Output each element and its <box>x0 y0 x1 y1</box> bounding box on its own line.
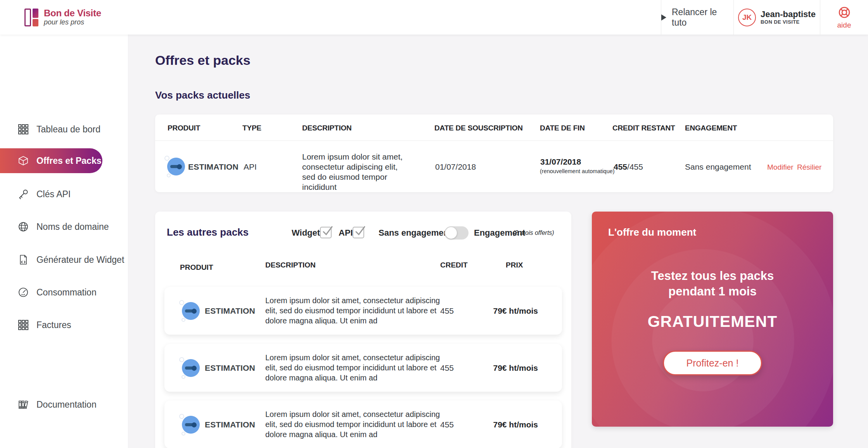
row-engagement: Sans engagement <box>685 162 751 172</box>
modify-link[interactable]: Modifier <box>767 163 794 172</box>
col-produit: PRODUIT <box>168 124 200 132</box>
col-date-fin: DATE DE FIN <box>540 124 585 132</box>
sidebar-item-label: Offres et Packs <box>36 156 101 166</box>
lifebuoy-icon <box>837 5 851 19</box>
product-icon <box>181 358 201 378</box>
logo-title: Bon de Visite <box>44 8 101 18</box>
pack-offer-row[interactable]: ESTIMATION Lorem ipsum dolor sit amet, c… <box>164 344 562 392</box>
sidebar-item-label: Factures <box>36 320 71 330</box>
toggle-knob <box>445 227 457 239</box>
col-prix: PRIX <box>506 261 523 269</box>
grid-icon <box>18 320 29 330</box>
logo[interactable]: Bon de Visite pour les pros <box>24 7 101 27</box>
app-screen: Bon de Visite pour les pros Relancer le … <box>0 0 868 448</box>
cancel-link[interactable]: Résilier <box>797 163 821 172</box>
col-produit: PRODUIT <box>180 263 213 272</box>
pack-price: 79€ ht/mois <box>493 306 538 316</box>
binders-icon <box>18 399 29 410</box>
promo-highlight: GRATUITEMENT <box>592 313 833 331</box>
row-date-fin-note: (renouvellement automatique) <box>540 168 615 174</box>
col-type: TYPE <box>242 124 261 132</box>
check-icon <box>322 225 334 238</box>
product-icon <box>181 415 201 435</box>
pack-price: 79€ ht/mois <box>493 363 538 373</box>
current-packs-header-row: PRODUIT TYPE DESCRIPTION DATE DE SOUSCRI… <box>155 115 833 141</box>
current-packs-table: PRODUIT TYPE DESCRIPTION DATE DE SOUSCRI… <box>155 115 833 192</box>
sidebar-item-label: Tableau de bord <box>36 124 100 135</box>
other-packs-panel: Les autres packs Widget API Sans engagem… <box>155 212 571 448</box>
pack-credit: 455 <box>440 363 454 373</box>
sidebar-item-generateur-de-widget[interactable]: Générateur de Widget <box>0 249 128 271</box>
col-engagement: ENGAGEMENT <box>685 124 737 132</box>
sidebar-item-label: Générateur de Widget <box>36 255 124 265</box>
sidebar-item-factures[interactable]: Factures <box>0 314 128 336</box>
sidebar-item-label: Consommation <box>36 287 97 298</box>
widget-checkbox[interactable] <box>320 227 332 238</box>
logo-icon <box>24 7 38 27</box>
sidebar-item-documentation[interactable]: Documentation <box>0 394 128 415</box>
pack-offer-row[interactable]: ESTIMATION Lorem ipsum dolor sit amet, c… <box>164 401 562 448</box>
pack-description: Lorem ipsum dolor sit amet, consectetur … <box>265 295 448 326</box>
user-org: BON DE VISITE <box>761 19 816 25</box>
sidebar-item-tableau-de-bord[interactable]: Tableau de bord <box>0 118 128 140</box>
pack-produit: ESTIMATION <box>205 420 255 429</box>
sidebar-item-noms-de-domaine[interactable]: Noms de domaine <box>0 216 128 238</box>
col-credit: CREDIT <box>440 261 468 269</box>
sidebar-item-consommation[interactable]: Consommation <box>0 281 128 303</box>
sidebar-item-label: Noms de domaine <box>36 222 109 232</box>
other-packs-title: Les autres packs <box>167 226 249 238</box>
user-name: Jean-baptiste <box>761 10 816 19</box>
pack-credit: 455 <box>440 420 454 429</box>
row-credit-restant: 455/455 <box>614 162 643 172</box>
key-icon <box>18 189 29 200</box>
tuto-label: Relancer le tuto <box>672 7 733 28</box>
avatar: JK <box>738 9 756 26</box>
pack-description: Lorem ipsum dolor sit amet, consectetur … <box>265 352 448 383</box>
pack-offer-row[interactable]: ESTIMATION Lorem ipsum dolor sit amet, c… <box>164 287 562 335</box>
row-produit: ESTIMATION <box>188 162 239 172</box>
api-filter-label: API <box>339 228 353 238</box>
promo-cta-button[interactable]: Profitez-en ! <box>663 351 762 375</box>
user-menu[interactable]: JK Jean-baptiste BON DE VISITE <box>733 0 820 35</box>
api-checkbox[interactable] <box>353 227 364 238</box>
pack-price: 79€ ht/mois <box>493 420 538 429</box>
cube-icon <box>18 155 29 167</box>
col-credit-restant: CREDIT RESTANT <box>612 124 675 132</box>
check-icon <box>354 225 367 238</box>
current-packs-title: Vos packs actuelles <box>155 89 250 101</box>
sidebar-item-label: Documentation <box>36 399 97 410</box>
sans-engagement-label: Sans engagement <box>379 228 451 238</box>
promo-headline-line2: pendant 1 mois <box>592 285 833 299</box>
col-description: DESCRIPTION <box>265 261 316 269</box>
play-icon <box>661 14 666 21</box>
promo-label: L'offre du moment <box>608 226 696 238</box>
product-icon <box>181 301 201 321</box>
globe-icon <box>18 221 29 232</box>
grid-icon <box>18 124 29 135</box>
help-button[interactable]: aide <box>820 0 868 35</box>
pack-produit: ESTIMATION <box>205 363 255 373</box>
engagement-toggle[interactable] <box>444 226 469 240</box>
sidebar-item-label: Clés API <box>36 189 71 200</box>
top-header: Bon de Visite pour les pros Relancer le … <box>0 0 868 35</box>
promo-headline-line1: Testez tous les packs <box>592 269 833 283</box>
row-type: API <box>244 162 257 172</box>
sidebar: Tableau de bord Offres et Packs Clés API <box>0 35 128 448</box>
widget-doc-icon <box>18 254 29 265</box>
sidebar-item-cles-api[interactable]: Clés API <box>0 183 128 205</box>
gauge-icon <box>18 287 29 298</box>
col-date-souscription: DATE DE SOUSCRIPTION <box>434 124 523 132</box>
sidebar-item-offres-et-packs[interactable]: Offres et Packs <box>0 148 102 173</box>
product-icon <box>166 156 186 177</box>
row-date-fin: 31/07/2018 <box>540 157 581 167</box>
pack-description: Lorem ipsum dolor sit amet, consectetur … <box>265 409 448 439</box>
logo-subtitle: pour les pros <box>44 18 101 26</box>
pack-credit: 455 <box>440 306 454 316</box>
pack-produit: ESTIMATION <box>205 306 255 316</box>
help-label: aide <box>837 21 851 30</box>
widget-filter-label: Widget <box>292 228 320 238</box>
engagement-note: (2 mois offerts) <box>513 229 554 236</box>
row-date-souscription: 01/07/2018 <box>435 162 476 172</box>
row-description: Lorem ipsum dolor sit amet, consectetur … <box>302 152 404 192</box>
relaunch-tuto-button[interactable]: Relancer le tuto <box>661 0 733 35</box>
